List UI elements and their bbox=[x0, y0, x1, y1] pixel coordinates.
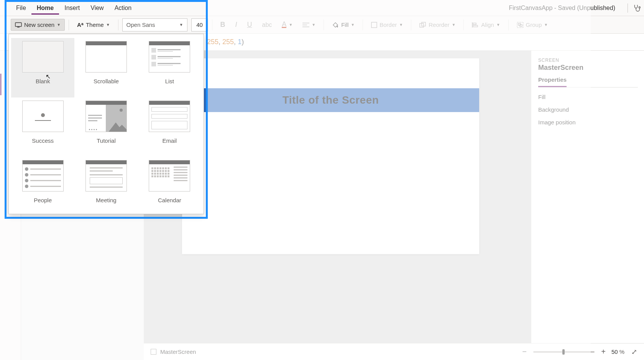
template-blank[interactable]: Blank bbox=[11, 38, 74, 97]
chevron-down-icon: ▼ bbox=[312, 23, 315, 27]
zoom-unit: % bbox=[619, 348, 624, 355]
font-color-icon: A bbox=[282, 21, 286, 28]
template-list[interactable]: List bbox=[138, 38, 201, 97]
template-scrollable-label: Scrollable bbox=[94, 78, 119, 84]
italic-button[interactable]: I bbox=[231, 18, 242, 31]
new-screen-dropdown: Blank Scrollable List Success Tutorial bbox=[8, 34, 204, 214]
template-calendar-label: Calendar bbox=[158, 197, 181, 203]
align-left-icon bbox=[302, 22, 309, 28]
zoom-in-button[interactable]: + bbox=[599, 347, 608, 356]
formula-text: , bbox=[234, 38, 238, 46]
template-email[interactable]: Email bbox=[138, 97, 201, 157]
property-background[interactable]: Background bbox=[538, 106, 638, 113]
properties-category: SCREEN bbox=[538, 58, 638, 63]
template-meeting[interactable]: Meeting bbox=[74, 157, 138, 216]
screen-title-label[interactable]: Title of the Screen bbox=[182, 88, 479, 112]
menu-file[interactable]: File bbox=[11, 2, 31, 15]
align-button[interactable]: Align ▼ bbox=[468, 19, 504, 31]
font-color-button[interactable]: A ▼ bbox=[278, 19, 297, 31]
separator bbox=[463, 20, 464, 30]
property-fill[interactable]: Fill bbox=[538, 94, 638, 100]
chevron-down-icon: ▼ bbox=[351, 23, 355, 27]
svg-rect-1 bbox=[15, 23, 21, 26]
screen-icon bbox=[15, 22, 22, 28]
text-align-button[interactable]: ▼ bbox=[298, 20, 320, 30]
template-email-label: Email bbox=[163, 137, 177, 144]
template-calendar[interactable]: Calendar bbox=[138, 157, 201, 216]
menu-view[interactable]: View bbox=[85, 2, 109, 15]
formula-text: , bbox=[219, 38, 222, 46]
tab-properties[interactable]: Properties bbox=[538, 76, 567, 87]
fullscreen-icon[interactable]: ⤢ bbox=[631, 348, 637, 356]
svg-rect-6 bbox=[371, 22, 377, 28]
border-icon bbox=[371, 22, 377, 28]
zoom-value: 50 bbox=[611, 348, 618, 355]
reorder-label: Reorder bbox=[429, 21, 449, 28]
template-meeting-label: Meeting bbox=[96, 197, 116, 203]
template-success[interactable]: Success bbox=[11, 97, 74, 157]
svg-point-0 bbox=[639, 7, 641, 8]
template-people-thumb bbox=[22, 160, 64, 192]
new-screen-button[interactable]: New screen ▼ bbox=[11, 19, 65, 31]
font-size-input[interactable]: 40 bbox=[191, 18, 208, 31]
chevron-down-icon: ▼ bbox=[106, 23, 110, 27]
template-people[interactable]: People bbox=[11, 157, 74, 216]
theme-icon: Aᵃ bbox=[77, 21, 84, 28]
template-success-label: Success bbox=[32, 137, 54, 144]
statusbar-screen-name[interactable]: MasterScreen bbox=[160, 348, 196, 355]
svg-rect-2 bbox=[17, 27, 20, 28]
separator bbox=[508, 20, 509, 30]
zoom-slider[interactable] bbox=[533, 351, 595, 353]
zoom-out-button[interactable]: − bbox=[520, 347, 529, 356]
group-label: Group bbox=[526, 21, 542, 28]
template-tutorial-thumb bbox=[85, 101, 127, 132]
underline-button[interactable]: U bbox=[243, 18, 256, 31]
theme-button[interactable]: Aᵃ Theme ▼ bbox=[73, 19, 114, 31]
fill-button[interactable]: Fill ▼ bbox=[328, 19, 359, 31]
stethoscope-icon[interactable] bbox=[632, 4, 641, 12]
mouse-cursor-icon: ↖ bbox=[46, 73, 51, 80]
template-email-thumb bbox=[149, 101, 190, 132]
separator bbox=[118, 20, 118, 30]
font-name-value: Open Sans bbox=[127, 21, 155, 28]
title-bar: File Home Insert View Action FirstCanvas… bbox=[0, 0, 644, 16]
properties-object-name: MasterScreen bbox=[538, 64, 638, 72]
bold-button[interactable]: B bbox=[216, 18, 230, 31]
align-objects-icon bbox=[472, 22, 479, 28]
main-menu: File Home Insert View Action bbox=[0, 2, 137, 15]
menu-insert[interactable]: Insert bbox=[59, 2, 85, 15]
ribbon-toolbar: New screen ▼ Aᵃ Theme ▼ Open Sans ▼ 40 B… bbox=[0, 16, 644, 34]
zoom-slider-thumb[interactable] bbox=[562, 349, 565, 355]
svg-rect-10 bbox=[473, 23, 476, 25]
strikethrough-icon: abc bbox=[262, 21, 272, 28]
template-tutorial-label: Tutorial bbox=[97, 137, 115, 144]
bold-icon: B bbox=[220, 21, 225, 29]
svg-rect-11 bbox=[473, 25, 478, 27]
border-button[interactable]: Border ▼ bbox=[367, 19, 407, 31]
font-name-select[interactable]: Open Sans ▼ bbox=[122, 18, 187, 31]
screen-checkbox-icon[interactable] bbox=[151, 349, 156, 355]
group-button[interactable]: Group ▼ bbox=[513, 19, 552, 31]
template-calendar-thumb bbox=[149, 160, 190, 192]
template-tutorial[interactable]: Tutorial bbox=[74, 97, 138, 157]
chevron-down-icon: ▼ bbox=[179, 23, 183, 27]
reorder-icon bbox=[419, 22, 426, 28]
template-scrollable[interactable]: Scrollable bbox=[74, 38, 138, 97]
italic-icon: I bbox=[235, 21, 237, 29]
reorder-button[interactable]: Reorder ▼ bbox=[415, 19, 460, 31]
chevron-down-icon: ▼ bbox=[57, 23, 61, 27]
screen-canvas[interactable]: Title of the Screen bbox=[182, 58, 479, 254]
chevron-down-icon: ▼ bbox=[399, 23, 403, 27]
menu-action[interactable]: Action bbox=[109, 2, 137, 15]
chevron-down-icon: ▼ bbox=[289, 23, 292, 27]
menu-home[interactable]: Home bbox=[31, 2, 59, 15]
property-image-position[interactable]: Image position bbox=[538, 119, 638, 126]
formula-arg-3: 1 bbox=[238, 38, 242, 46]
theme-label: Theme bbox=[86, 21, 104, 28]
strikethrough-button[interactable]: abc bbox=[258, 19, 276, 31]
chevron-down-icon: ▼ bbox=[544, 23, 548, 27]
formula-arg-2: 255 bbox=[222, 38, 234, 46]
template-list-label: List bbox=[165, 78, 174, 84]
fill-label: Fill bbox=[341, 21, 348, 28]
underline-icon: U bbox=[247, 21, 252, 29]
